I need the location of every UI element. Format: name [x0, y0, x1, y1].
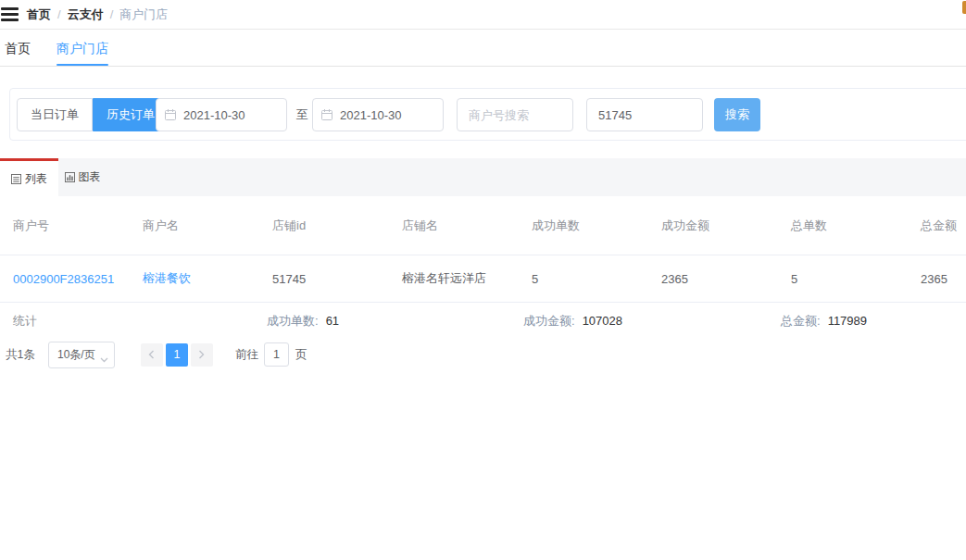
cell-success-count: 5	[519, 255, 648, 302]
calendar-icon	[320, 108, 333, 121]
order-type-button-group: 当日订单 历史订单	[17, 98, 169, 131]
end-date-value: 2021-10-30	[340, 108, 402, 122]
page-size-value: 10条/页	[57, 347, 95, 363]
breadcrumb: 首页 / 云支付 / 商户门店	[0, 0, 966, 30]
nav-tab-bar: 首页 商户门店	[0, 30, 966, 67]
cell-total-count: 5	[778, 255, 908, 302]
next-page-button[interactable]	[191, 343, 213, 367]
table-row: 0002900F2836251 榕港餐饮 51745 榕港名轩远洋店 5 236…	[0, 255, 966, 303]
cell-merchant-name-link[interactable]: 榕港餐饮	[130, 255, 259, 302]
start-date-value: 2021-10-30	[183, 108, 245, 122]
tab-home[interactable]: 首页	[5, 30, 31, 67]
search-button[interactable]: 搜索	[714, 98, 760, 131]
list-icon	[11, 174, 21, 184]
cell-store-id: 51745	[259, 255, 389, 302]
summary-total-amount-label: 总金额:	[781, 314, 821, 328]
tab-chart-label: 图表	[79, 169, 101, 185]
col-header-merchant-name: 商户名	[130, 196, 259, 255]
col-header-store-name: 店铺名	[389, 196, 519, 255]
summary-success-amount-label: 成功金额:	[523, 314, 575, 328]
hamburger-menu-icon[interactable]	[1, 7, 19, 21]
breadcrumb-item-home[interactable]: 首页	[27, 6, 51, 23]
chart-icon	[65, 172, 75, 182]
summary-title: 统计	[13, 313, 37, 330]
col-header-success-amount: 成功金额	[648, 196, 778, 255]
col-header-success-count: 成功单数	[519, 196, 648, 255]
col-header-store-id: 店铺id	[259, 196, 389, 255]
col-header-merchant-id: 商户号	[0, 196, 130, 255]
avatar[interactable]	[962, 1, 966, 14]
cell-total-amount: 2365	[908, 255, 966, 302]
cell-success-amount: 2365	[648, 255, 778, 302]
goto-page-input[interactable]	[264, 342, 289, 367]
tab-chart-view[interactable]: 图表	[58, 158, 107, 196]
tab-list-view[interactable]: 列表	[0, 158, 58, 196]
summary-total-amount-value: 117989	[828, 314, 867, 328]
summary-success-amount-value: 107028	[583, 314, 622, 328]
col-header-total-amount: 总金额	[908, 196, 966, 255]
view-tab-strip: 列表 图表	[0, 158, 966, 196]
col-header-total-count: 总单数	[778, 196, 908, 255]
filter-bar: 当日订单 历史订单 2021-10-30 至 2021-10-30 搜索	[9, 88, 966, 141]
store-id-input[interactable]	[586, 98, 703, 131]
breadcrumb-separator: /	[57, 7, 61, 21]
prev-icon	[148, 350, 155, 359]
page-size-select[interactable]: 10条/页	[48, 342, 115, 368]
tab-list-label: 列表	[25, 171, 47, 187]
page-unit-label: 页	[295, 347, 307, 363]
summary-success-count-value: 61	[326, 314, 339, 328]
summary-success-count-label: 成功单数:	[267, 314, 319, 328]
breadcrumb-item-cloudpay[interactable]: 云支付	[68, 6, 104, 23]
end-date-picker[interactable]: 2021-10-30	[312, 98, 444, 131]
summary-total-amount: 总金额:117989	[781, 313, 867, 330]
merchant-store-page: 首页 / 云支付 / 商户门店 首页 商户门店 当日订单 历史订单 2021-1…	[0, 0, 966, 560]
date-range-separator-label: 至	[293, 98, 311, 131]
breadcrumb-separator: /	[110, 7, 114, 21]
chevron-down-icon	[100, 353, 108, 366]
cell-store-name: 榕港名轩远洋店	[389, 255, 519, 302]
summary-success-count: 成功单数:61	[267, 313, 339, 330]
summary-row: 统计 成功单数:61 成功金额:107028 总金额:117989	[0, 313, 966, 333]
pagination: 共1条 10条/页 1 前往 页	[0, 341, 966, 368]
pagination-total: 共1条	[6, 347, 35, 363]
next-icon	[198, 350, 205, 359]
cell-merchant-id-link[interactable]: 0002900F2836251	[0, 255, 130, 302]
page-number-button[interactable]: 1	[166, 343, 188, 367]
prev-page-button[interactable]	[141, 343, 163, 367]
summary-success-amount: 成功金额:107028	[523, 313, 622, 330]
calendar-icon	[164, 108, 177, 121]
merchant-search-input[interactable]	[457, 98, 573, 131]
breadcrumb-item-current: 商户门店	[119, 6, 168, 23]
tab-merchant-store[interactable]: 商户门店	[56, 30, 108, 67]
table-header-row: 商户号 商户名 店铺id 店铺名 成功单数 成功金额 总单数 总金额	[0, 196, 966, 255]
start-date-picker[interactable]: 2021-10-30	[156, 98, 287, 131]
goto-label: 前往	[235, 347, 258, 363]
today-orders-button[interactable]: 当日订单	[17, 98, 93, 131]
